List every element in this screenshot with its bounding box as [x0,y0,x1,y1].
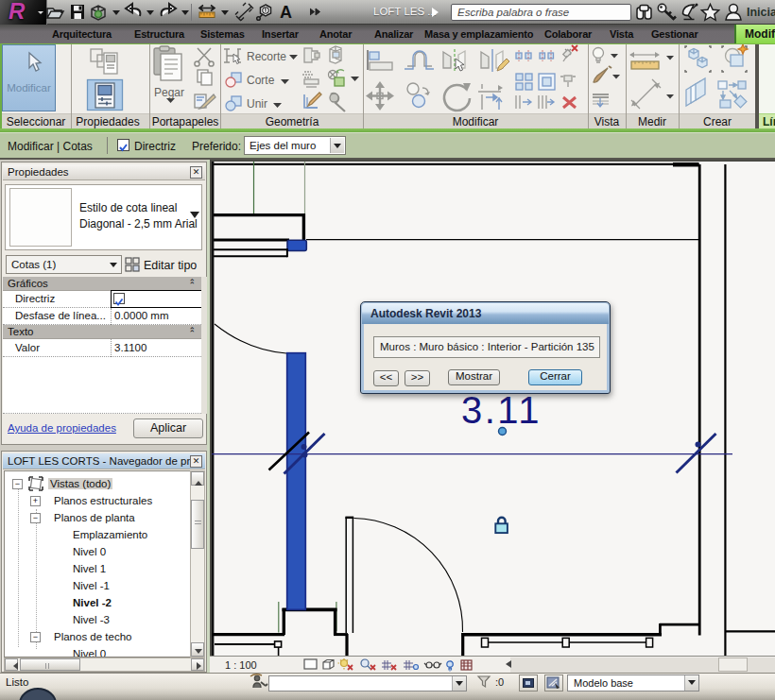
svg-text:A: A [280,3,292,22]
svg-text:3.11: 3.11 [461,389,542,431]
